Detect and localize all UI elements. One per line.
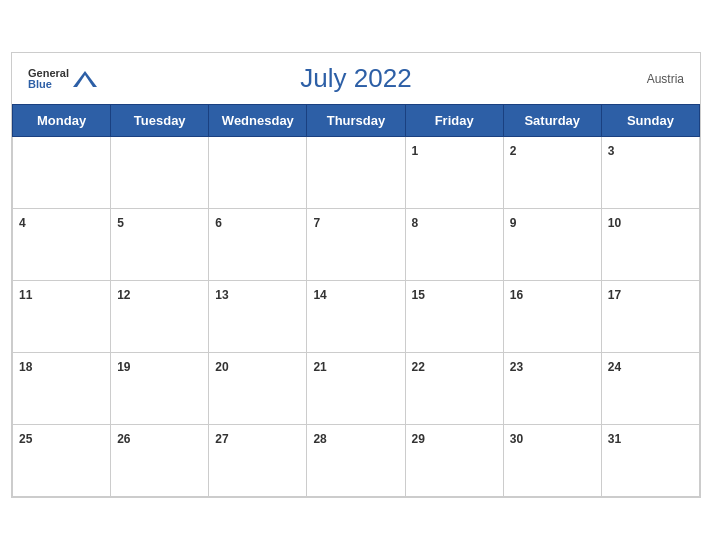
weekday-monday: Monday — [13, 105, 111, 137]
empty-cell — [307, 137, 405, 209]
day-number: 30 — [510, 432, 523, 446]
day-cell-19: 19 — [111, 353, 209, 425]
day-number: 14 — [313, 288, 326, 302]
day-cell-8: 8 — [405, 209, 503, 281]
day-number: 24 — [608, 360, 621, 374]
day-number: 26 — [117, 432, 130, 446]
logo-icon — [71, 69, 99, 89]
week-row-3: 11121314151617 — [13, 281, 700, 353]
day-number: 7 — [313, 216, 320, 230]
day-number: 29 — [412, 432, 425, 446]
day-cell-4: 4 — [13, 209, 111, 281]
day-cell-6: 6 — [209, 209, 307, 281]
day-cell-5: 5 — [111, 209, 209, 281]
day-cell-17: 17 — [601, 281, 699, 353]
country-label: Austria — [647, 72, 684, 86]
month-title: July 2022 — [300, 63, 411, 94]
day-number: 18 — [19, 360, 32, 374]
weekday-header-row: MondayTuesdayWednesdayThursdayFridaySatu… — [13, 105, 700, 137]
calendar-grid: MondayTuesdayWednesdayThursdayFridaySatu… — [12, 104, 700, 497]
day-cell-21: 21 — [307, 353, 405, 425]
day-number: 3 — [608, 144, 615, 158]
day-number: 4 — [19, 216, 26, 230]
day-cell-12: 12 — [111, 281, 209, 353]
day-cell-18: 18 — [13, 353, 111, 425]
day-number: 15 — [412, 288, 425, 302]
day-cell-1: 1 — [405, 137, 503, 209]
weekday-friday: Friday — [405, 105, 503, 137]
day-cell-10: 10 — [601, 209, 699, 281]
day-number: 8 — [412, 216, 419, 230]
day-number: 17 — [608, 288, 621, 302]
day-cell-15: 15 — [405, 281, 503, 353]
day-cell-27: 27 — [209, 425, 307, 497]
day-cell-9: 9 — [503, 209, 601, 281]
empty-cell — [209, 137, 307, 209]
week-row-1: 123 — [13, 137, 700, 209]
calendar-header: General Blue July 2022 Austria — [12, 53, 700, 104]
day-number: 11 — [19, 288, 32, 302]
empty-cell — [111, 137, 209, 209]
day-cell-13: 13 — [209, 281, 307, 353]
day-cell-31: 31 — [601, 425, 699, 497]
day-number: 19 — [117, 360, 130, 374]
day-cell-23: 23 — [503, 353, 601, 425]
day-cell-16: 16 — [503, 281, 601, 353]
day-cell-28: 28 — [307, 425, 405, 497]
weekday-thursday: Thursday — [307, 105, 405, 137]
day-number: 10 — [608, 216, 621, 230]
day-number: 25 — [19, 432, 32, 446]
day-number: 2 — [510, 144, 517, 158]
day-number: 13 — [215, 288, 228, 302]
week-row-4: 18192021222324 — [13, 353, 700, 425]
day-number: 21 — [313, 360, 326, 374]
logo-blue-text: Blue — [28, 79, 69, 90]
week-row-5: 25262728293031 — [13, 425, 700, 497]
day-number: 1 — [412, 144, 419, 158]
day-number: 12 — [117, 288, 130, 302]
day-cell-14: 14 — [307, 281, 405, 353]
day-cell-30: 30 — [503, 425, 601, 497]
day-number: 5 — [117, 216, 124, 230]
weekday-sunday: Sunday — [601, 105, 699, 137]
calendar-container: General Blue July 2022 Austria MondayTue… — [11, 52, 701, 498]
empty-cell — [13, 137, 111, 209]
day-cell-25: 25 — [13, 425, 111, 497]
weekday-tuesday: Tuesday — [111, 105, 209, 137]
weekday-saturday: Saturday — [503, 105, 601, 137]
day-number: 27 — [215, 432, 228, 446]
logo: General Blue — [28, 68, 99, 90]
day-cell-22: 22 — [405, 353, 503, 425]
day-cell-20: 20 — [209, 353, 307, 425]
day-number: 16 — [510, 288, 523, 302]
day-cell-24: 24 — [601, 353, 699, 425]
day-cell-11: 11 — [13, 281, 111, 353]
day-number: 28 — [313, 432, 326, 446]
day-cell-2: 2 — [503, 137, 601, 209]
weekday-wednesday: Wednesday — [209, 105, 307, 137]
day-number: 22 — [412, 360, 425, 374]
day-number: 6 — [215, 216, 222, 230]
day-number: 20 — [215, 360, 228, 374]
day-cell-26: 26 — [111, 425, 209, 497]
day-number: 9 — [510, 216, 517, 230]
day-cell-3: 3 — [601, 137, 699, 209]
day-cell-29: 29 — [405, 425, 503, 497]
week-row-2: 45678910 — [13, 209, 700, 281]
day-cell-7: 7 — [307, 209, 405, 281]
day-number: 23 — [510, 360, 523, 374]
day-number: 31 — [608, 432, 621, 446]
